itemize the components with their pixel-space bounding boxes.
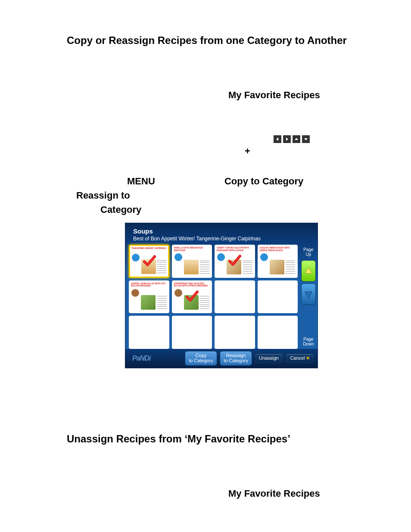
recipe-tile[interactable]: GRAPEFRUIT AND AVOCADO SALAD WITH CITRUS… bbox=[172, 280, 212, 314]
recipe-text-lines bbox=[200, 260, 209, 274]
recipe-text-lines bbox=[243, 260, 252, 274]
arrow-key-icons bbox=[274, 135, 368, 143]
arrow-left-icon bbox=[274, 135, 281, 143]
copy-to-category-button[interactable]: Copyto Category bbox=[185, 351, 217, 365]
recipe-thumbnail bbox=[227, 260, 241, 274]
recipe-text-lines bbox=[200, 295, 209, 310]
panel-sidebar: PageUp PageDown bbox=[299, 245, 318, 349]
plus-symbol: + bbox=[245, 146, 368, 157]
recipe-tile[interactable] bbox=[215, 316, 255, 349]
section-heading-copy-reassign: Copy or Reassign Recipes from one Catego… bbox=[67, 34, 368, 47]
recipe-thumbnail bbox=[184, 295, 199, 310]
close-icon: ✕ bbox=[306, 355, 310, 361]
recipe-tile-title: CRISPY YUKON GOLD POTATO PANCAKES WITH C… bbox=[215, 246, 254, 252]
recipe-text-lines bbox=[157, 295, 167, 310]
recipe-text-lines bbox=[286, 260, 295, 274]
page-up-label: PageUp bbox=[299, 245, 318, 259]
recipe-text-lines bbox=[157, 259, 166, 274]
recipe-tile-title: GRAPEFRUIT AND AVOCADO SALAD WITH CITRUS… bbox=[173, 281, 212, 287]
unassign-button[interactable]: Unassign bbox=[255, 354, 283, 363]
svg-marker-1 bbox=[286, 137, 288, 141]
page-down-button[interactable] bbox=[301, 283, 316, 305]
recipe-source-badge bbox=[174, 289, 182, 297]
brand-logo: PaNDi bbox=[132, 355, 150, 362]
label-menu: MENU bbox=[127, 174, 155, 188]
recipe-thumbnail bbox=[270, 260, 284, 274]
recipe-tile-title: CAULIFLOWER ROAST WITH GREEN ONION SAUCE bbox=[258, 246, 297, 252]
recipe-source-badge bbox=[260, 253, 268, 261]
svg-marker-0 bbox=[276, 137, 278, 141]
recipe-grid: TANGERINE-GINGER CAIPIRINASVANILLA DATE … bbox=[129, 245, 298, 349]
recipe-tile[interactable] bbox=[258, 280, 298, 314]
recipe-tile[interactable]: VANILLA DATE BREAKFAST SMOOTHIE bbox=[172, 245, 212, 278]
svg-marker-5 bbox=[305, 292, 312, 298]
label-my-favorite-recipes: My Favorite Recipes bbox=[228, 90, 368, 101]
svg-marker-4 bbox=[305, 268, 312, 274]
recipe-tile[interactable]: CAULIFLOWER ROAST WITH GREEN ONION SAUCE bbox=[258, 245, 298, 278]
recipe-tile[interactable]: CRISPY YUKON GOLD POTATO PANCAKES WITH C… bbox=[215, 245, 255, 278]
svg-marker-3 bbox=[304, 138, 308, 140]
label-reassign-to: Reassign to bbox=[76, 188, 130, 202]
recipe-tile[interactable] bbox=[129, 316, 169, 349]
recipe-tile[interactable]: HOPPIN' JOHN SALAD WITH HOT BACON DRESSI… bbox=[129, 280, 169, 314]
recipe-tile[interactable] bbox=[172, 316, 212, 349]
section-heading-unassign: Unassign Recipes from ‘My Favorite Recip… bbox=[67, 433, 368, 445]
page-up-button[interactable] bbox=[301, 260, 316, 282]
label-category: Category bbox=[100, 202, 141, 217]
recipe-thumbnail bbox=[141, 295, 156, 310]
recipe-tile-title: TANGERINE-GINGER CAIPIRINAS bbox=[130, 246, 168, 252]
recipe-tile[interactable] bbox=[215, 280, 255, 314]
panel-breadcrumb: Best of Bon Appetit Winter/ Tangerine-Gi… bbox=[133, 236, 311, 242]
recipe-source-badge bbox=[217, 253, 225, 261]
panel-category-name: Soups bbox=[133, 227, 311, 235]
recipe-source-badge bbox=[174, 253, 182, 261]
recipe-tile[interactable] bbox=[258, 316, 298, 349]
recipe-tile[interactable]: TANGERINE-GINGER CAIPIRINAS bbox=[129, 245, 169, 278]
reassign-to-category-button[interactable]: Reassignto Category bbox=[220, 351, 252, 365]
panel-bottom-bar: PaNDi Copyto Category Reassignto Categor… bbox=[125, 349, 318, 368]
cancel-button[interactable]: Cancel✕ bbox=[286, 354, 314, 363]
arrow-up-icon bbox=[293, 135, 300, 143]
panel-header: Soups Best of Bon Appetit Winter/ Tanger… bbox=[125, 223, 318, 244]
recipe-thumbnail bbox=[141, 259, 156, 274]
label-copy-to-category: Copy to Category bbox=[224, 174, 303, 188]
label-my-favorite-recipes-2: My Favorite Recipes bbox=[228, 488, 368, 499]
recipe-thumbnail bbox=[184, 260, 199, 274]
page-down-label: PageDown bbox=[299, 334, 318, 349]
arrow-down-icon bbox=[302, 135, 310, 143]
recipe-source-badge bbox=[131, 289, 139, 297]
arrow-right-icon bbox=[283, 135, 291, 143]
recipe-tile-title: HOPPIN' JOHN SALAD WITH HOT BACON DRESSI… bbox=[130, 281, 168, 287]
menu-instruction-row: MENU Copy to Category Reassign to Catego… bbox=[67, 174, 368, 217]
recipe-tile-title: VANILLA DATE BREAKFAST SMOOTHIE bbox=[173, 246, 212, 252]
device-screenshot-panel: Soups Best of Bon Appetit Winter/ Tanger… bbox=[125, 223, 318, 368]
svg-marker-2 bbox=[295, 138, 298, 140]
recipe-source-badge bbox=[132, 254, 140, 261]
